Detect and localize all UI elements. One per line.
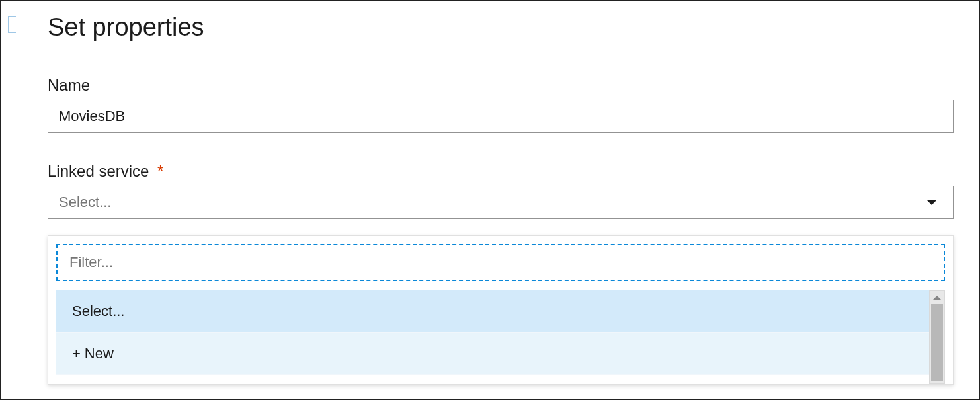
dropdown-filter-input[interactable] xyxy=(56,244,945,281)
properties-panel: Set properties Name Linked service * Sel… xyxy=(48,13,959,248)
linked-service-select[interactable]: Select... xyxy=(48,186,954,219)
dropdown-option-select-text: Select... xyxy=(72,303,124,320)
name-field-group: Name xyxy=(48,76,959,133)
dropdown-option-select[interactable]: Select... xyxy=(56,290,945,333)
dropdown-options-list: Select... + New xyxy=(56,290,945,384)
page-title: Set properties xyxy=(48,13,959,42)
arrow-up-icon xyxy=(933,296,941,300)
scroll-up-button[interactable] xyxy=(930,291,944,304)
linked-service-label: Linked service * xyxy=(48,162,959,180)
dropdown-inner: Select... + New xyxy=(48,236,953,384)
plus-icon: + xyxy=(72,345,81,362)
dropdown-option-new-text: New xyxy=(85,345,114,362)
linked-service-field-group: Linked service * Select... xyxy=(48,162,959,219)
scrollbar[interactable] xyxy=(929,290,945,384)
linked-service-dropdown: Select... + New xyxy=(48,235,954,385)
required-indicator: * xyxy=(157,162,163,180)
linked-service-label-text: Linked service xyxy=(48,162,149,180)
scroll-thumb[interactable] xyxy=(931,304,943,381)
name-label: Name xyxy=(48,76,959,95)
left-rail xyxy=(1,1,20,399)
name-input[interactable] xyxy=(48,100,954,133)
dropdown-options-filler xyxy=(56,375,945,384)
dropdown-option-new[interactable]: + New xyxy=(56,333,945,375)
linked-service-select-placeholder: Select... xyxy=(59,194,111,211)
chevron-down-icon xyxy=(926,200,937,205)
bracket-icon xyxy=(8,16,16,33)
